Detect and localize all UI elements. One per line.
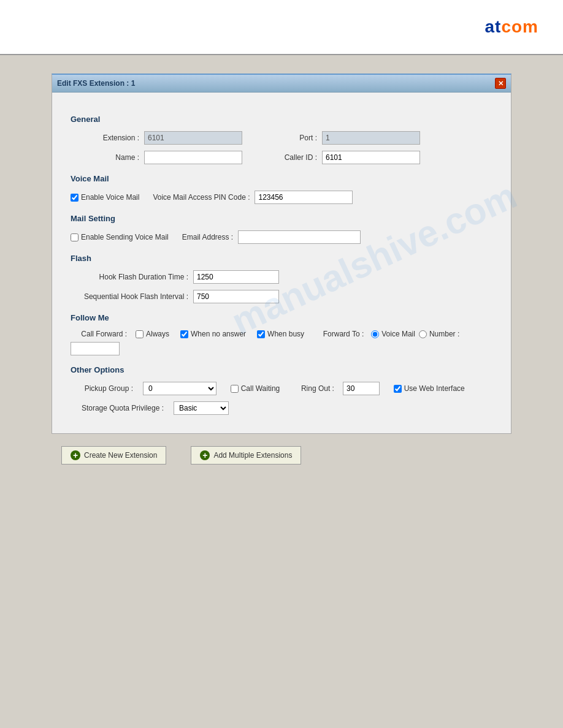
call-waiting-checkbox[interactable] — [231, 385, 239, 393]
extension-input[interactable] — [144, 131, 242, 145]
forward-number-input[interactable] — [71, 342, 120, 355]
add-multiple-button[interactable]: + Add Multiple Extensions — [191, 446, 301, 464]
enable-voicemail-checkbox[interactable] — [71, 194, 79, 202]
bottom-buttons: + Create New Extension + Add Multiple Ex… — [25, 434, 538, 483]
when-no-answer-checkbox[interactable] — [180, 330, 188, 338]
sequential-hook-label: Sequential Hook Flash Interval : — [71, 292, 193, 301]
call-waiting-label[interactable]: Call Waiting — [231, 384, 280, 393]
section-voicemail-header: Voice Mail — [71, 174, 492, 184]
dialog-body: General Extension : Port : Name : Caller… — [52, 93, 511, 433]
ring-out-label: Ring Out : — [301, 384, 338, 393]
content-area: manualshive.com Edit FXS Extension : 1 ✕… — [0, 55, 563, 501]
use-web-checkbox[interactable] — [394, 385, 402, 393]
always-label[interactable]: Always — [136, 330, 169, 338]
storage-quota-select[interactable]: Basic Standard Premium — [174, 401, 229, 415]
sequential-hook-row: Sequential Hook Flash Interval : — [71, 290, 492, 303]
section-followme-header: Follow Me — [71, 313, 492, 324]
mailsetting-row: Enable Sending Voice Mail Email Address … — [71, 230, 492, 244]
enable-voicemail-label[interactable]: Enable Voice Mail — [71, 193, 139, 202]
follow-me-row: Call Forward : Always When no answer Whe… — [71, 330, 492, 355]
use-web-label[interactable]: Use Web Interface — [394, 384, 465, 393]
number-radio-label[interactable]: Number : — [419, 330, 459, 338]
pin-code-input[interactable] — [255, 191, 353, 204]
port-input[interactable] — [322, 131, 420, 145]
pickup-group-label: Pickup Group : — [71, 384, 138, 393]
enable-sending-label[interactable]: Enable Sending Voice Mail — [71, 233, 169, 241]
name-row: Name : Caller ID : — [71, 151, 492, 164]
dialog-titlebar: Edit FXS Extension : 1 ✕ — [52, 75, 511, 93]
name-input[interactable] — [144, 151, 242, 164]
pickup-group-select[interactable]: 0 1 2 3 — [143, 382, 216, 395]
logo: atcom — [485, 17, 538, 37]
ring-out-input[interactable] — [343, 382, 380, 395]
dialog-title: Edit FXS Extension : 1 — [57, 79, 135, 88]
section-general-header: General — [71, 115, 492, 125]
name-label: Name : — [71, 153, 144, 162]
email-input[interactable] — [238, 230, 361, 244]
pin-code-label: Voice Mail Access PIN Code : — [153, 193, 255, 202]
enable-sending-checkbox[interactable] — [71, 233, 79, 241]
voicemail-radio-label[interactable]: Voice Mail — [371, 330, 415, 338]
dialog-box: manualshive.com Edit FXS Extension : 1 ✕… — [52, 74, 511, 434]
section-flash-header: Flash — [71, 254, 492, 264]
storage-quota-label: Storage Quota Privilege : — [71, 404, 169, 412]
create-new-button[interactable]: + Create New Extension — [61, 446, 166, 464]
other-options-row1: Pickup Group : 0 1 2 3 Call Waiting Ring… — [71, 382, 492, 395]
add-multiple-label: Add Multiple Extensions — [213, 451, 292, 460]
hook-flash-label: Hook Flash Duration Time : — [71, 273, 193, 281]
voicemail-row: Enable Voice Mail Voice Mail Access PIN … — [71, 191, 492, 204]
create-new-label: Create New Extension — [84, 451, 157, 460]
caller-id-input[interactable] — [322, 151, 420, 164]
page-wrapper: atcom manualshive.com Edit FXS Extension… — [0, 0, 563, 728]
when-busy-checkbox[interactable] — [257, 330, 265, 338]
call-forward-label: Call Forward : — [71, 330, 132, 338]
other-options-row2: Storage Quota Privilege : Basic Standard… — [71, 401, 492, 415]
caller-id-label: Caller ID : — [248, 153, 322, 162]
add-multiple-icon: + — [200, 450, 210, 460]
dialog-close-button[interactable]: ✕ — [495, 78, 506, 89]
voicemail-radio[interactable] — [371, 330, 379, 338]
number-radio[interactable] — [419, 330, 427, 338]
hook-flash-row: Hook Flash Duration Time : — [71, 270, 492, 284]
sequential-hook-input[interactable] — [193, 290, 279, 303]
extension-label: Extension : — [71, 134, 144, 142]
create-new-icon: + — [71, 450, 80, 460]
section-otheroptions-header: Other Options — [71, 365, 492, 376]
email-label: Email Address : — [182, 233, 238, 241]
extension-row: Extension : Port : — [71, 131, 492, 145]
section-mailsetting-header: Mail Setting — [71, 214, 492, 224]
port-label: Port : — [248, 134, 322, 142]
header: atcom — [0, 0, 563, 55]
when-no-answer-label[interactable]: When no answer — [180, 330, 246, 338]
always-checkbox[interactable] — [136, 330, 144, 338]
forward-to-label: Forward To : — [323, 330, 367, 338]
when-busy-label[interactable]: When busy — [257, 330, 304, 338]
hook-flash-input[interactable] — [193, 270, 279, 284]
